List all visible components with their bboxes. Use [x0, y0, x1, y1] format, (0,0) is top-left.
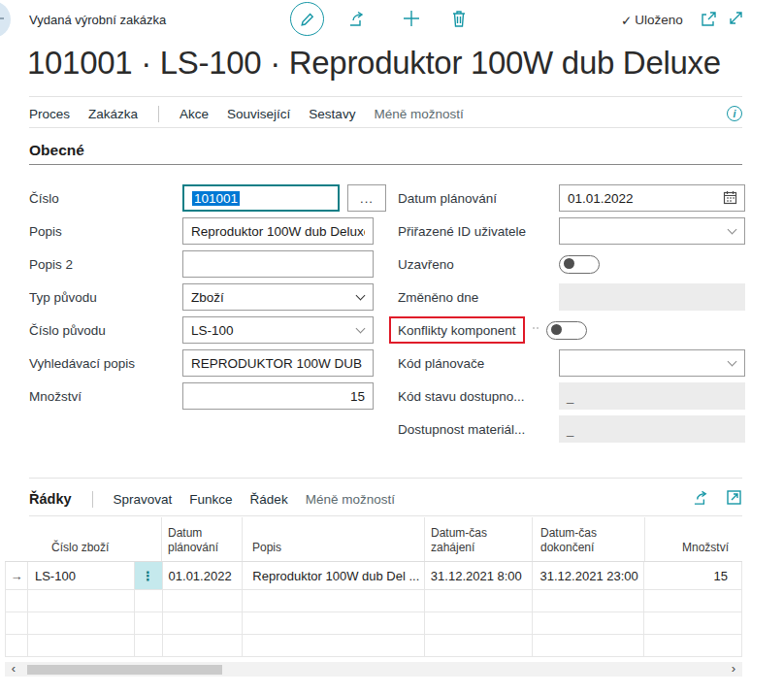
lines-grid: Číslo zboží Datum plánování Popis Datum-… [5, 517, 742, 657]
last-date-modified-field [559, 283, 745, 311]
check-icon: ✓ [621, 13, 632, 28]
column-header-planning-date[interactable]: Datum plánování [162, 517, 243, 561]
scroll-left-icon[interactable]: ‹ [7, 662, 20, 677]
menu-separator [158, 106, 159, 122]
lines-menu-more-options[interactable]: Méně možností [306, 492, 395, 507]
cell-end-datetime[interactable]: 31.12.2021 23:00 [533, 562, 645, 589]
field-number: Číslo 101001 ... [29, 184, 364, 212]
selected-text: 101001 [192, 191, 240, 206]
menu-akce[interactable]: Akce [180, 107, 209, 121]
back-button[interactable] [0, 1, 11, 38]
lines-menu-functions[interactable]: Funkce [189, 492, 232, 507]
combo-value: LS-100 [191, 323, 234, 338]
released-production-order-page: Vydaná výrobní zakázka ✓ Uloženo [0, 0, 784, 694]
field-label: Dostupnost materiál... [398, 422, 543, 437]
field-planning-date: Datum plánování [398, 184, 733, 212]
field-source-no: Číslo původu LS-100 [29, 316, 364, 344]
field-label: Číslo [29, 191, 167, 206]
component-conflicts-toggle[interactable] [546, 321, 587, 340]
column-header-quantity[interactable]: Množství [645, 517, 742, 561]
cell-item-no[interactable]: LS-100 [28, 562, 135, 589]
table-row[interactable]: → LS-100 ⋮ 01.01.2022 Reproduktor 100W d… [5, 562, 742, 590]
source-no-combo[interactable]: LS-100 [182, 316, 374, 344]
action-bar: Proces Zakázka Akce Související Sestavy … [29, 103, 742, 124]
material-availability-field: _ [559, 415, 745, 443]
field-label: Typ původu [29, 290, 167, 305]
field-label: Popis [29, 224, 167, 239]
cell-planning-date[interactable]: 01.01.2022 [163, 562, 244, 589]
column-header-description[interactable]: Popis [243, 517, 425, 561]
field-label: Množství [29, 389, 167, 404]
menu-zakazka[interactable]: Zakázka [88, 107, 138, 121]
lines-focus-mode-icon[interactable] [726, 489, 742, 510]
delete-icon[interactable] [450, 9, 468, 32]
open-in-new-window-icon[interactable] [701, 11, 717, 31]
current-row-arrow-icon: → [6, 562, 28, 589]
general-left-column: Číslo 101001 ... Popis Popis 2 Typ původ… [29, 184, 364, 415]
cell-quantity[interactable]: 15 [644, 562, 741, 589]
field-label: Konflikty komponent [398, 323, 516, 338]
general-section-rule [29, 164, 742, 165]
select-value: Zboží [191, 290, 224, 305]
column-header-end-datetime[interactable]: Datum-čas dokončení [533, 517, 645, 561]
source-type-select[interactable]: Zboží [182, 283, 374, 311]
share-icon[interactable] [348, 10, 367, 32]
row-menu-icon[interactable]: ⋮ [135, 562, 163, 589]
lines-share-icon[interactable] [693, 489, 710, 510]
field-label: Číslo původu [29, 323, 167, 338]
menu-more-options[interactable]: Méně možností [374, 107, 463, 121]
field-assigned-user-id: Přiřazené ID uživatele [398, 217, 733, 245]
scheduler-code-combo[interactable] [559, 349, 745, 377]
field-finished: Uzavřeno [398, 250, 733, 278]
menu-souvisejici[interactable]: Související [227, 107, 290, 121]
table-row-empty[interactable] [5, 612, 742, 635]
field-scheduler-code: Kód plánovače [398, 349, 733, 377]
page-caption: Vydaná výrobní zakázka [29, 13, 166, 27]
field-description: Popis [29, 217, 364, 245]
menu-proces[interactable]: Proces [29, 107, 70, 121]
lines-menu-line[interactable]: Řádek [250, 492, 288, 507]
table-row-empty[interactable] [5, 590, 742, 612]
field-label: Změněno dne [398, 290, 543, 305]
edit-icon[interactable] [290, 2, 324, 36]
number-input[interactable]: 101001 [182, 184, 340, 212]
planning-date-input[interactable] [559, 184, 745, 212]
new-icon[interactable] [402, 9, 421, 32]
horizontal-scrollbar[interactable]: ‹ › [5, 662, 742, 677]
scrollbar-thumb[interactable] [27, 665, 222, 675]
dotted-leader [533, 327, 539, 329]
saved-label: Uloženo [635, 13, 683, 28]
description2-input[interactable] [182, 250, 374, 278]
column-header-start-datetime[interactable]: Datum-čas zahájení [425, 517, 533, 561]
lines-menu-manage[interactable]: Spravovat [114, 492, 173, 507]
saved-status: ✓ Uloženo [621, 13, 683, 28]
search-description-input[interactable] [182, 349, 374, 377]
table-row-empty[interactable] [5, 635, 742, 657]
scroll-right-icon[interactable]: › [727, 662, 740, 677]
field-last-date-modified: Změněno dne [398, 283, 733, 311]
general-section-heading[interactable]: Obecné [29, 142, 84, 159]
field-source-type: Typ původu Zboží [29, 283, 364, 311]
resize-icon[interactable] [728, 10, 744, 30]
calendar-icon[interactable] [723, 190, 737, 209]
finished-toggle[interactable] [559, 255, 600, 274]
field-description-2: Popis 2 [29, 250, 364, 278]
lines-grid-header: Číslo zboží Datum plánování Popis Datum-… [5, 517, 742, 562]
quantity-input[interactable] [182, 382, 374, 410]
field-availability-status-code: Kód stavu dostupno... _ [398, 382, 733, 410]
page-title: 101001 · LS-100 · Reproduktor 100W dub D… [27, 45, 721, 82]
description-input[interactable] [182, 217, 374, 245]
assigned-user-combo[interactable] [559, 217, 745, 245]
menu-sestavy[interactable]: Sestavy [309, 107, 355, 121]
lines-heading[interactable]: Řádky [29, 491, 72, 507]
assist-edit-button[interactable]: ... [347, 184, 386, 212]
column-header-item-no[interactable]: Číslo zboží [5, 517, 162, 561]
cell-description[interactable]: Reproduktor 100W dub Del ... [243, 562, 425, 589]
lines-toolbar: Řádky Spravovat Funkce Řádek Méně možnos… [29, 486, 742, 512]
field-label: Uzavřeno [398, 257, 543, 272]
general-right-column: Datum plánování Přiřazené ID uživatele [398, 184, 733, 448]
red-highlight-box: Konflikty komponent [389, 316, 525, 344]
cell-start-datetime[interactable]: 31.12.2021 8:00 [425, 562, 533, 589]
info-icon[interactable]: i [727, 106, 742, 121]
field-label: Kód plánovače [398, 356, 543, 371]
